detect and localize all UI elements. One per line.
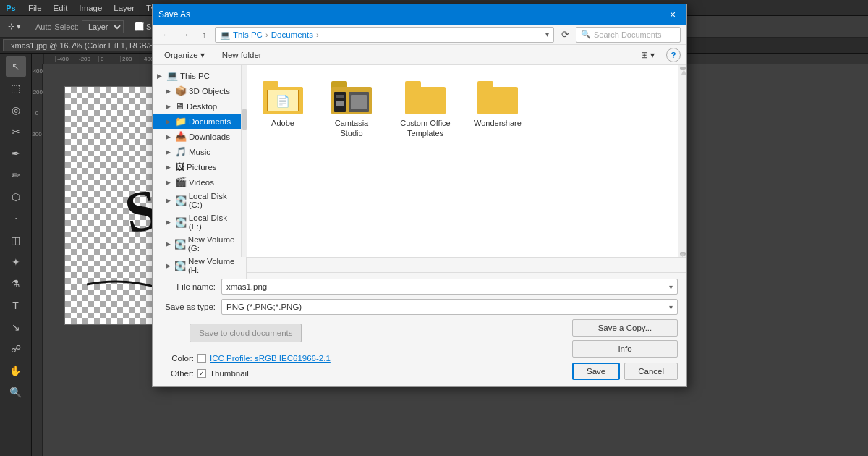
cloud-options: Save to cloud documents Color: ICC Profi… (161, 319, 331, 378)
tree-item-vol-h[interactable]: ▶ 💽 New Volume (H: (153, 255, 246, 276)
tree-arrow-lc: ▶ (166, 197, 173, 204)
tree-arrow-music: ▶ (166, 148, 173, 156)
file-label-office: Custom Office Templates (400, 118, 451, 139)
thumbnail-checkbox[interactable]: ✓ (197, 369, 206, 378)
folder-icon-camtasia (331, 81, 372, 114)
file-item-camtasia[interactable]: Camtasia Studio (322, 77, 381, 143)
scroll-down-arrow[interactable]: ▼ (680, 252, 686, 256)
thumbnail-label: Thumbnail (210, 369, 249, 378)
tree-item-3d-objects[interactable]: ▶ 📦 3D Objects (153, 83, 246, 98)
dialog-navbar: ← → ↑ 💻 This PC › Documents › ▾ ⟳ 🔍 Sear… (153, 25, 686, 45)
dialog-footer: File name: xmas1.png ▾ Save as type: PNG… (153, 272, 686, 386)
tree-label-videos: Videos (189, 178, 214, 187)
savetype-label: Save as type: (161, 303, 216, 311)
scroll-track (678, 72, 686, 250)
file-item-adobe[interactable]: 📄 Adobe (258, 77, 307, 143)
new-folder-label: New folder (222, 51, 262, 59)
color-label: Color: (161, 354, 194, 363)
files-area-wrapper: 📄 Adobe (247, 65, 686, 257)
scroll-up-arrow[interactable]: ▲ (680, 67, 686, 70)
tree-icon-downloads: 📥 (175, 131, 187, 142)
dialog-close-btn[interactable]: × (665, 7, 681, 22)
tree-arrow-pictures: ▶ (166, 164, 173, 171)
color-row: Color: ICC Profile: sRGB IEC61966-2.1 (161, 354, 331, 363)
tree-arrow-this-pc: ▶ (157, 72, 164, 80)
tree-icon-vh: 💽 (174, 261, 186, 271)
info-btn[interactable]: Info (572, 340, 678, 358)
nav-up-btn[interactable]: ↑ (196, 27, 212, 43)
checkboxes: Color: ICC Profile: sRGB IEC61966-2.1 Ot… (161, 354, 331, 378)
organize-btn[interactable]: Organize ▾ (158, 48, 210, 62)
help-icon: ? (671, 51, 676, 59)
tree-arrow-3d: ▶ (166, 88, 173, 95)
tree-arrow-docs: ▶ (166, 118, 173, 125)
tree-item-local-c[interactable]: ▶ 💽 Local Disk (C:) (153, 190, 246, 211)
folder-body-wondershare (477, 87, 518, 114)
nav-forward-btn[interactable]: → (177, 27, 193, 43)
refresh-btn[interactable]: ⟳ (557, 27, 573, 43)
filename-label: File name: (161, 282, 216, 291)
tree-item-pictures[interactable]: ▶ 🖼 Pictures (153, 159, 246, 174)
file-item-wondershare[interactable]: Wondershare (469, 77, 526, 143)
tree-label-music: Music (189, 148, 210, 156)
tree-icon-music: 🎵 (175, 146, 187, 157)
search-icon: 🔍 (581, 30, 591, 39)
tree-item-music[interactable]: ▶ 🎵 Music (153, 144, 246, 159)
file-label-wondershare: Wondershare (474, 118, 522, 128)
search-input[interactable]: 🔍 Search Documents (576, 27, 681, 43)
savetype-input[interactable]: PNG (*.PNG;*.PNG) ▾ (221, 299, 678, 315)
file-item-office-templates[interactable]: Custom Office Templates (396, 77, 455, 143)
breadcrumb-bar[interactable]: 💻 This PC › Documents › ▾ (215, 27, 554, 43)
tree-item-local-f[interactable]: ▶ 💽 Local Disk (F:) (153, 211, 246, 233)
nav-back-btn[interactable]: ← (158, 27, 174, 43)
file-label-camtasia: Camtasia Studio (326, 118, 377, 139)
tree-icon-videos: 🎬 (175, 177, 187, 187)
save-as-dialog: Save As × ← → ↑ 💻 This PC › Documents › … (152, 4, 687, 387)
icc-profile-link[interactable]: ICC Profile: sRGB IEC61966-2.1 (210, 354, 331, 363)
dialog-overlay: Save As × ← → ↑ 💻 This PC › Documents › … (0, 0, 868, 456)
tree-item-videos[interactable]: ▶ 🎬 Videos (153, 174, 246, 190)
film-inner (351, 95, 367, 109)
search-placeholder-text: Search Documents (594, 30, 662, 39)
view-btn[interactable]: ⊞ ▾ (635, 48, 660, 62)
dialog-files: 📄 Adobe (247, 65, 678, 257)
filename-input[interactable]: xmas1.png ▾ (221, 279, 678, 295)
new-folder-btn[interactable]: New folder (216, 49, 268, 61)
save-copy-btn[interactable]: Save a Copy... (572, 319, 678, 337)
folder-icon-adobe: 📄 (263, 81, 303, 114)
save-cancel-row: Save Cancel (572, 363, 678, 380)
other-row: Other: ✓ Thumbnail (161, 369, 331, 378)
folder-icon-wondershare (477, 81, 518, 114)
tree-icon-3d: 📦 (175, 85, 187, 96)
folder-body: 📄 (263, 87, 303, 114)
bc-dropdown-arrow[interactable]: ▾ (545, 30, 549, 38)
view-arrow: ▾ (650, 50, 655, 60)
tree-arrow-downloads: ▶ (166, 133, 173, 140)
tree-item-documents[interactable]: ▶ 📁 Documents (153, 114, 246, 129)
filename-dropdown-arrow: ▾ (669, 283, 673, 291)
tree-item-desktop[interactable]: ▶ 🖥 Desktop (153, 98, 246, 114)
tree-label-vg: New Volume (G: (188, 235, 242, 253)
tree-item-vol-g[interactable]: ▶ 💽 New Volume (G: (153, 233, 246, 255)
files-scrollbar: ▲ ▼ (678, 65, 686, 257)
tree-icon-lf: 💽 (175, 217, 187, 228)
tree-arrow-vh: ▶ (166, 262, 172, 269)
tree-item-this-pc[interactable]: ▶ 💻 This PC (153, 68, 246, 83)
tree-item-downloads[interactable]: ▶ 📥 Downloads (153, 129, 246, 144)
help-btn[interactable]: ? (666, 48, 681, 62)
tree-icon-pictures: 🖼 (175, 161, 184, 172)
save-to-cloud-btn[interactable]: Save to cloud documents (190, 324, 302, 342)
filename-row: File name: xmas1.png ▾ (161, 279, 678, 295)
other-label: Other: (161, 369, 194, 378)
film-stripe-icon (334, 92, 346, 112)
sidebar-scrollbar-thumb[interactable] (242, 109, 247, 130)
cancel-btn[interactable]: Cancel (624, 363, 678, 380)
color-checkbox[interactable] (197, 354, 206, 363)
bc-this-pc[interactable]: This PC (233, 30, 263, 39)
bc-documents[interactable]: Documents (271, 30, 313, 39)
savetype-row: Save as type: PNG (*.PNG;*.PNG) ▾ (161, 299, 678, 315)
folder-content: 📄 (267, 90, 299, 111)
filename-value: xmas1.png (226, 282, 267, 291)
save-btn[interactable]: Save (572, 363, 620, 380)
tree-arrow-lf: ▶ (166, 219, 173, 226)
